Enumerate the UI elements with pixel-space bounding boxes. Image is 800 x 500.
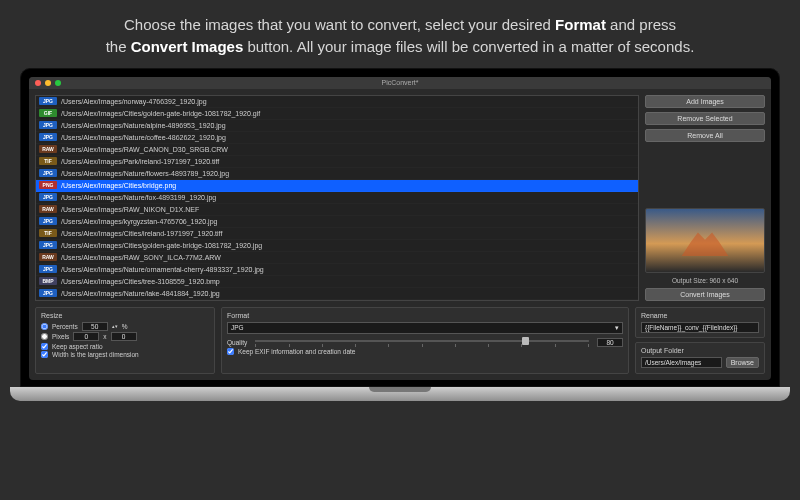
- filetype-badge: RAW: [39, 205, 57, 213]
- file-row[interactable]: RAW/Users/Alex/Images/RAW_NIKON_D1X.NEF: [36, 204, 638, 216]
- file-row[interactable]: JPG/Users/Alex/Images/Nature/ornamental-…: [36, 264, 638, 276]
- file-path: /Users/Alex/Images/Cities/golden-gate-br…: [61, 242, 262, 249]
- keep-exif-checkbox[interactable]: [227, 348, 234, 355]
- quality-slider[interactable]: [255, 338, 589, 344]
- file-row[interactable]: JPG/Users/Alex/Images/Nature/alpine-4896…: [36, 120, 638, 132]
- pixels-radio[interactable]: [41, 333, 48, 340]
- file-row[interactable]: RAW/Users/Alex/Images/RAW_SONY_ILCA-77M2…: [36, 252, 638, 264]
- keep-exif-label: Keep EXIF information and creation date: [238, 348, 355, 355]
- chevron-down-icon: ▾: [615, 324, 619, 332]
- filetype-badge: JPG: [39, 121, 57, 129]
- filetype-badge: JPG: [39, 241, 57, 249]
- file-row[interactable]: GIF/Users/Alex/Images/Cities/golden-gate…: [36, 108, 638, 120]
- file-row[interactable]: PNG/Users/Alex/Images/Cities/bridge.png: [36, 180, 638, 192]
- filetype-badge: JPG: [39, 265, 57, 273]
- file-path: /Users/Alex/Images/Nature/fox-4893199_19…: [61, 194, 216, 201]
- format-select[interactable]: JPG ▾: [227, 322, 623, 334]
- width-largest-checkbox[interactable]: [41, 351, 48, 358]
- file-row[interactable]: BMP/Users/Alex/Images/Cities/tree-310855…: [36, 276, 638, 288]
- file-path: /Users/Alex/Images/Nature/coffee-4862622…: [61, 134, 226, 141]
- file-row[interactable]: RAW/Users/Alex/Images/RAW_CANON_D30_SRGB…: [36, 144, 638, 156]
- file-path: /Users/Alex/Images/Cities/tree-3108559_1…: [61, 278, 220, 285]
- slider-thumb[interactable]: [522, 337, 529, 345]
- laptop-base: [10, 387, 790, 401]
- percent-suffix: %: [122, 323, 128, 330]
- laptop-frame: PicConvert* JPG/Users/Alex/Images/norway…: [20, 68, 780, 388]
- file-path: /Users/Alex/Images/Nature/alpine-4896953…: [61, 122, 226, 129]
- convert-images-button[interactable]: Convert Images: [645, 288, 765, 301]
- file-path: /Users/Alex/Images/Nature/flowers-489378…: [61, 170, 229, 177]
- file-path: /Users/Alex/Images/Nature/ornamental-che…: [61, 266, 264, 273]
- file-path: /Users/Alex/Images/kyrgyzstan-4765706_19…: [61, 218, 217, 225]
- file-row[interactable]: TIF/Users/Alex/Images/Park/ireland-19719…: [36, 156, 638, 168]
- file-row[interactable]: JPG/Users/Alex/Images/Nature/coffee-4862…: [36, 132, 638, 144]
- output-folder-header: Output Folder: [641, 347, 759, 354]
- file-path: /Users/Alex/Images/Cities/bridge.png: [61, 182, 176, 189]
- file-path: /Users/Alex/Images/RAW_NIKON_D1X.NEF: [61, 206, 199, 213]
- rename-panel: Rename {{FileName}}_conv_{{FileIndex}}: [635, 307, 765, 338]
- filetype-badge: PNG: [39, 181, 57, 189]
- resize-header: Resize: [41, 312, 209, 319]
- file-path: /Users/Alex/Images/Cities/ireland-197199…: [61, 230, 222, 237]
- rename-pattern-field[interactable]: {{FileName}}_conv_{{FileIndex}}: [641, 322, 759, 333]
- keep-aspect-label: Keep aspect ratio: [52, 343, 103, 350]
- filetype-badge: JPG: [39, 169, 57, 177]
- output-folder-field[interactable]: /Users/Alex/Images: [641, 357, 722, 368]
- filetype-badge: JPG: [39, 217, 57, 225]
- marketing-copy: Choose the images that you want to conve…: [0, 0, 800, 68]
- pixels-label: Pixels: [52, 333, 69, 340]
- pixels-sep: x: [103, 333, 106, 340]
- add-images-button[interactable]: Add Images: [645, 95, 765, 108]
- filetype-badge: JPG: [39, 289, 57, 297]
- file-path: /Users/Alex/Images/norway-4766392_1920.j…: [61, 98, 207, 105]
- filetype-badge: JPG: [39, 133, 57, 141]
- file-row[interactable]: JPG/Users/Alex/Images/Nature/lake-484188…: [36, 288, 638, 300]
- quality-value[interactable]: 80: [597, 338, 623, 347]
- file-row[interactable]: TIF/Users/Alex/Images/Cities/ireland-197…: [36, 228, 638, 240]
- percents-radio[interactable]: [41, 323, 48, 330]
- file-row[interactable]: JPG/Users/Alex/Images/kyrgyzstan-4765706…: [36, 216, 638, 228]
- file-row[interactable]: JPG/Users/Alex/Images/Cities/golden-gate…: [36, 240, 638, 252]
- filetype-badge: BMP: [39, 277, 57, 285]
- file-path: /Users/Alex/Images/RAW_CANON_D30_SRGB.CR…: [61, 146, 228, 153]
- browse-button[interactable]: Browse: [726, 357, 759, 368]
- file-path: /Users/Alex/Images/RAW_SONY_ILCA-77M2.AR…: [61, 254, 221, 261]
- resize-panel: Resize Percents 50 ▴▾ % Pixels 0 x 0: [35, 307, 215, 375]
- format-header: Format: [227, 312, 623, 319]
- file-list[interactable]: JPG/Users/Alex/Images/norway-4766392_192…: [35, 95, 639, 301]
- percents-label: Percents: [52, 323, 78, 330]
- width-largest-label: Width is the largest dimension: [52, 351, 139, 358]
- remove-selected-button[interactable]: Remove Selected: [645, 112, 765, 125]
- rename-header: Rename: [641, 312, 759, 319]
- percents-stepper[interactable]: ▴▾: [112, 324, 118, 329]
- titlebar: PicConvert*: [29, 77, 771, 89]
- output-folder-panel: Output Folder /Users/Alex/Images Browse: [635, 342, 765, 375]
- quality-label: Quality: [227, 339, 247, 346]
- filetype-badge: TIF: [39, 157, 57, 165]
- file-row[interactable]: JPG/Users/Alex/Images/norway-4766392_192…: [36, 96, 638, 108]
- keep-aspect-checkbox[interactable]: [41, 343, 48, 350]
- filetype-badge: TIF: [39, 229, 57, 237]
- filetype-badge: JPG: [39, 193, 57, 201]
- pixels-height[interactable]: 0: [111, 332, 137, 341]
- app-window: PicConvert* JPG/Users/Alex/Images/norway…: [29, 77, 771, 381]
- format-panel: Format JPG ▾ Quality 80: [221, 307, 629, 375]
- filetype-badge: RAW: [39, 145, 57, 153]
- remove-all-button[interactable]: Remove All: [645, 129, 765, 142]
- window-title: PicConvert*: [29, 79, 771, 86]
- percents-value[interactable]: 50: [82, 322, 108, 331]
- file-row[interactable]: JPG/Users/Alex/Images/Nature/fox-4893199…: [36, 192, 638, 204]
- filetype-badge: JPG: [39, 97, 57, 105]
- file-path: /Users/Alex/Images/Park/ireland-1971997_…: [61, 158, 219, 165]
- image-preview: [645, 208, 765, 273]
- file-row[interactable]: JPG/Users/Alex/Images/Nature/flowers-489…: [36, 168, 638, 180]
- filetype-badge: RAW: [39, 253, 57, 261]
- file-path: /Users/Alex/Images/Cities/golden-gate-br…: [61, 110, 260, 117]
- pixels-width[interactable]: 0: [73, 332, 99, 341]
- output-size-label: Output Size: 960 x 640: [645, 277, 765, 284]
- filetype-badge: GIF: [39, 109, 57, 117]
- file-path: /Users/Alex/Images/Nature/lake-4841884_1…: [61, 290, 220, 297]
